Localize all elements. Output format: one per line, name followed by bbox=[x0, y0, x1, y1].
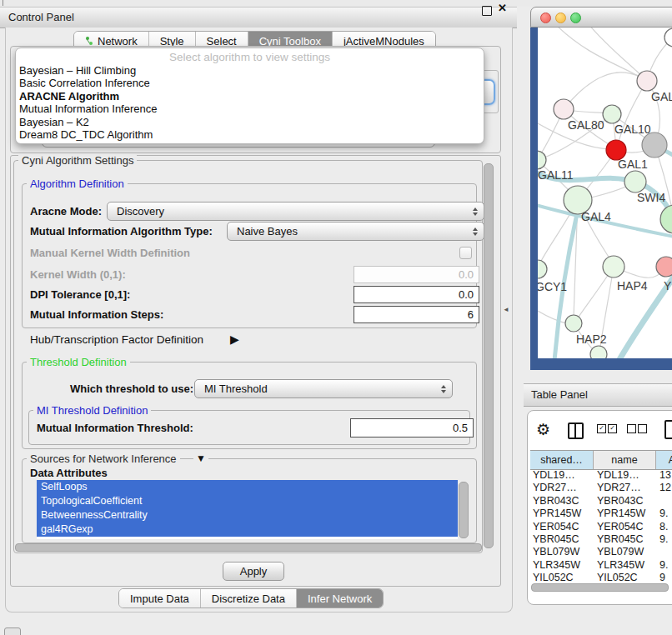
app-window: Control Panel ✕ Network Style Select Cyn… bbox=[0, 0, 672, 635]
network-node[interactable] bbox=[664, 28, 672, 47]
threshold-definition-title: Threshold Definition bbox=[27, 356, 130, 368]
data-attribute-item[interactable]: gal4RGexp bbox=[37, 522, 458, 537]
unchecked-checkbox-icon[interactable] bbox=[638, 424, 647, 433]
minimized-panel-icon[interactable] bbox=[4, 628, 21, 635]
which-threshold-select[interactable]: MI Threshold bbox=[194, 379, 453, 398]
float-window-icon[interactable] bbox=[482, 6, 492, 16]
algorithm-dropdown-item[interactable]: ARACNE Algorithm bbox=[16, 90, 484, 102]
apply-button[interactable]: Apply bbox=[223, 562, 284, 581]
cyni-algorithm-settings-title: Cyni Algorithm Settings bbox=[18, 154, 137, 167]
cell-name: YDL19… bbox=[594, 469, 656, 482]
cell-shared-name: YPR145W bbox=[530, 508, 594, 520]
algorithm-dropdown-item[interactable]: Mutual Information Inference bbox=[16, 102, 484, 115]
network-node-label: HAP2 bbox=[576, 332, 607, 346]
chevron-down-icon[interactable]: ▼ bbox=[193, 452, 208, 464]
manual-kernel-checkbox[interactable] bbox=[459, 247, 472, 259]
table-row[interactable]: YIL052C YIL052C 9 bbox=[530, 572, 672, 582]
cell-shared-name: YIL052C bbox=[530, 572, 594, 582]
table-row[interactable]: YBR045C YBR045C 9. bbox=[530, 533, 672, 546]
network-node-label: GAL1 bbox=[618, 158, 648, 171]
table-row[interactable]: YDR27… YDR27… 12 bbox=[530, 482, 672, 494]
aracne-mode-value: Discovery bbox=[117, 205, 164, 218]
sources-title: Sources for Network Inference bbox=[27, 452, 180, 465]
network-node-y[interactable] bbox=[656, 257, 672, 277]
network-canvas[interactable]: GAL7GAL80GAL10GAL1GAL11SWI4GAL4GCY1HAP4Y… bbox=[538, 28, 672, 358]
zoom-traffic-light-icon[interactable] bbox=[570, 12, 581, 23]
table-rows: YDL19… YDL19… 13 YDR27… YDR27… 12 YBR043… bbox=[530, 469, 672, 582]
control-panel-titlebar: Control Panel bbox=[0, 7, 517, 28]
tab-discretize-data[interactable]: Discretize Data bbox=[200, 589, 296, 608]
chevron-right-icon[interactable]: ▶ bbox=[230, 332, 239, 346]
column-header-name[interactable]: name bbox=[594, 451, 656, 469]
network-node-label: HAP4 bbox=[617, 279, 648, 292]
algorithm-dropdown-items: Bayesian – Hill ClimbingBasic Correlatio… bbox=[16, 64, 484, 141]
manual-kernel-label: Manual Kernel Width Definition bbox=[30, 247, 190, 259]
aracne-mode-select[interactable]: Discovery bbox=[107, 202, 484, 221]
data-attribute-item[interactable]: TopologicalCoefficient bbox=[37, 494, 458, 508]
splitter-handle-icon[interactable]: ◄ bbox=[503, 306, 509, 313]
cell-value bbox=[656, 546, 659, 558]
network-node-swi4[interactable] bbox=[624, 171, 646, 192]
network-node-gal80[interactable] bbox=[554, 99, 574, 119]
checked-checkbox-icon[interactable]: ✓ bbox=[597, 424, 606, 433]
mi-threshold-value: 0.5 bbox=[453, 422, 468, 434]
cell-name: YER054C bbox=[594, 521, 656, 533]
column-header-shared-name[interactable]: shared… bbox=[530, 451, 594, 469]
settings-hscrollbar[interactable] bbox=[15, 543, 482, 552]
column-header-a[interactable]: A bbox=[656, 451, 672, 469]
data-attribute-item[interactable]: BetweennessCentrality bbox=[37, 508, 458, 522]
mi-type-select[interactable]: Naive Bayes bbox=[227, 222, 484, 241]
table-row[interactable]: YPR145W YPR145W 9. bbox=[530, 508, 672, 520]
close-traffic-light-icon[interactable] bbox=[540, 12, 551, 23]
panel-icon[interactable] bbox=[664, 420, 672, 439]
network-node[interactable] bbox=[660, 205, 672, 233]
algorithm-dropdown-item[interactable]: Bayesian – Hill Climbing bbox=[16, 64, 484, 77]
network-node-label: GAL4 bbox=[581, 210, 611, 223]
column-layout-icon[interactable] bbox=[568, 422, 584, 439]
kernel-width-label: Kernel Width (0,1): bbox=[30, 268, 126, 281]
minimize-traffic-light-icon[interactable] bbox=[555, 12, 566, 23]
mi-threshold-field[interactable]: 0.5 bbox=[350, 418, 474, 438]
network-node-gcy1[interactable] bbox=[538, 260, 547, 278]
aracne-mode-label: Aracne Mode: bbox=[30, 205, 102, 218]
network-window-titlebar[interactable] bbox=[530, 7, 672, 28]
data-attributes-label: Data Attributes bbox=[30, 467, 108, 479]
tab-infer-network[interactable]: Infer Network bbox=[296, 589, 383, 608]
cell-shared-name: YBR043C bbox=[530, 495, 594, 508]
table-row[interactable]: YER054C YER054C 8. bbox=[530, 521, 672, 533]
close-icon[interactable]: ✕ bbox=[498, 2, 507, 14]
table-row[interactable]: YDL19… YDL19… 13 bbox=[530, 469, 672, 482]
attributes-scrollbar[interactable] bbox=[459, 482, 469, 538]
algorithm-dropdown-item[interactable]: Bayesian – K2 bbox=[16, 116, 484, 128]
data-attribute-item[interactable]: SelfLoops bbox=[37, 480, 458, 494]
table-row[interactable]: YLR345W YLR345W 9. bbox=[530, 559, 672, 572]
network-node-gal7[interactable] bbox=[637, 71, 657, 91]
cell-shared-name: YLR345W bbox=[530, 559, 594, 572]
algorithm-dropdown-item[interactable]: Basic Correlation Inference bbox=[16, 77, 484, 89]
mi-steps-field[interactable]: 6 bbox=[354, 306, 479, 323]
network-graph[interactable]: GAL7GAL80GAL10GAL1GAL11SWI4GAL4GCY1HAP4Y… bbox=[538, 28, 672, 358]
settings-vscrollbar[interactable] bbox=[484, 163, 494, 548]
algorithm-definition-title: Algorithm Definition bbox=[27, 178, 128, 190]
gear-icon[interactable]: ⚙ bbox=[536, 420, 550, 439]
network-node-hap4[interactable] bbox=[603, 256, 624, 278]
network-node[interactable] bbox=[642, 132, 667, 158]
hub-section-label[interactable]: Hub/Transcription Factor Definition bbox=[30, 333, 203, 346]
checked-checkbox-icon[interactable]: ✓ bbox=[608, 424, 617, 433]
network-node-hap2[interactable] bbox=[565, 315, 582, 332]
apply-button-label: Apply bbox=[240, 565, 268, 578]
dpi-tolerance-field[interactable]: 0.0 bbox=[354, 286, 479, 303]
algorithm-dropdown-item[interactable]: Dream8 DC_TDC Algorithm bbox=[16, 128, 484, 141]
network-node-gal11[interactable] bbox=[538, 151, 546, 169]
network-node-label: GAL10 bbox=[614, 122, 651, 136]
table-row[interactable]: YBL079W YBL079W bbox=[530, 546, 672, 558]
tab-discretize-data-label: Discretize Data bbox=[212, 592, 285, 605]
network-node-label: SWI4 bbox=[637, 191, 665, 204]
table-hscrollbar[interactable] bbox=[531, 583, 669, 592]
network-node-gal10[interactable] bbox=[603, 105, 621, 123]
kernel-width-field[interactable]: 0.0 bbox=[354, 266, 479, 283]
table-row[interactable]: YBR043C YBR043C bbox=[530, 495, 672, 508]
network-node[interactable] bbox=[590, 346, 607, 358]
tab-impute-data[interactable]: Impute Data bbox=[119, 589, 200, 608]
unchecked-checkbox-icon[interactable] bbox=[627, 424, 636, 433]
